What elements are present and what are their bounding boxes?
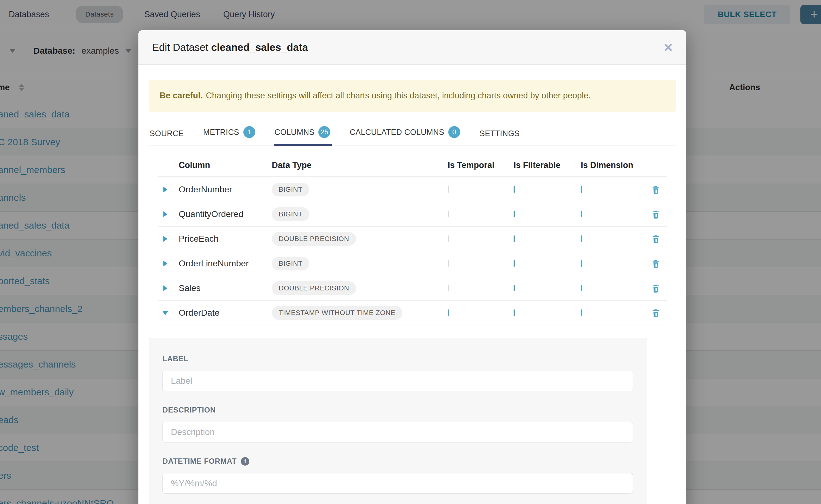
delete-column-icon[interactable] — [651, 185, 660, 194]
is-dimension-checkbox[interactable] — [581, 309, 582, 316]
tab-calculated-columns[interactable]: CALCULATED COLUMNS 0 — [349, 126, 460, 146]
column-name: OrderLineNumber — [172, 259, 266, 269]
description-field: DESCRIPTION — [162, 406, 633, 442]
is-filterable-checkbox[interactable] — [514, 260, 515, 267]
close-icon[interactable]: × — [664, 40, 673, 55]
label-input[interactable] — [162, 371, 633, 391]
column-name: Sales — [172, 283, 266, 293]
column-row-orderlinenumber: OrderLineNumber BIGINT — [158, 251, 667, 276]
tab-label: METRICS — [203, 128, 239, 137]
tab-columns[interactable]: COLUMNS 25 — [274, 126, 330, 146]
columns-table-header: Column Data Type Is Temporal Is Filterab… — [158, 154, 667, 177]
is-dimension-checkbox[interactable] — [581, 260, 582, 267]
tab-metrics[interactable]: METRICS 1 — [203, 126, 255, 146]
is-dimension-checkbox[interactable] — [581, 285, 582, 291]
column-row-sales: Sales DOUBLE PRECISION — [158, 276, 667, 301]
warning-banner: Be careful. Changing these settings will… — [149, 80, 676, 112]
is-dimension-checkbox[interactable] — [581, 186, 582, 193]
is-dimension-checkbox[interactable] — [581, 235, 582, 242]
column-name: QuantityOrdered — [172, 209, 266, 219]
expand-caret-icon[interactable] — [163, 261, 167, 266]
is-filterable-checkbox[interactable] — [514, 235, 515, 242]
description-input[interactable] — [162, 422, 633, 442]
tab-badge: 25 — [318, 126, 330, 138]
header-is-filterable: Is Filterable — [514, 161, 581, 170]
column-row-priceeach: PriceEach DOUBLE PRECISION — [158, 227, 667, 251]
is-filterable-checkbox[interactable] — [514, 285, 515, 291]
is-filterable-checkbox[interactable] — [514, 211, 515, 217]
info-icon[interactable]: i — [241, 457, 249, 466]
column-name: PriceEach — [172, 234, 266, 244]
modal-title-dataset-name: cleaned_sales_data — [211, 42, 308, 53]
column-detail-panel: LABEL DESCRIPTION DATETIME FORMAT i — [149, 338, 647, 504]
data-type-pill: DOUBLE PRECISION — [272, 281, 356, 295]
is-dimension-checkbox[interactable] — [581, 211, 582, 217]
data-type-pill: BIGINT — [272, 207, 309, 221]
delete-column-icon[interactable] — [651, 308, 660, 318]
is-filterable-checkbox[interactable] — [514, 309, 515, 316]
tab-label: SETTINGS — [480, 129, 520, 138]
datetime-format-field: DATETIME FORMAT i — [162, 457, 633, 494]
is-temporal-checkbox[interactable] — [448, 309, 449, 316]
data-type-pill: BIGINT — [272, 183, 309, 196]
header-is-temporal: Is Temporal — [448, 161, 514, 170]
datetime-format-label: DATETIME FORMAT — [162, 457, 236, 466]
label-field: LABEL — [162, 354, 633, 391]
column-name: OrderNumber — [172, 185, 266, 195]
modal-tabs: SOURCE METRICS 1 COLUMNS 25 CALCULATED C… — [149, 126, 676, 146]
expand-caret-icon[interactable] — [163, 236, 167, 242]
expand-caret-icon[interactable] — [163, 187, 167, 192]
header-data-type: Data Type — [272, 161, 311, 170]
is-temporal-checkbox[interactable] — [448, 285, 449, 291]
data-type-pill: TIMESTAMP WITHOUT TIME ZONE — [272, 306, 402, 320]
tab-label: SOURCE — [150, 129, 184, 138]
data-type-pill: DOUBLE PRECISION — [272, 232, 356, 246]
tab-badge: 1 — [243, 126, 255, 138]
datetime-format-input[interactable] — [162, 473, 633, 494]
tab-label: CALCULATED COLUMNS — [349, 128, 444, 137]
description-field-label: DESCRIPTION — [162, 406, 633, 414]
delete-column-icon[interactable] — [651, 210, 660, 219]
tab-label: COLUMNS — [274, 128, 314, 137]
delete-column-icon[interactable] — [651, 259, 660, 268]
modal-title-prefix: Edit Dataset — [152, 42, 208, 53]
column-row-orderdate: OrderDate TIMESTAMP WITHOUT TIME ZONE — [158, 301, 667, 325]
modal-body: Be careful. Changing these settings will… — [138, 65, 686, 504]
data-type-pill: BIGINT — [272, 257, 309, 270]
tab-source[interactable]: SOURCE — [150, 129, 184, 146]
screen: Databases Datasets Saved Queries Query H… — [0, 0, 821, 504]
warning-bold: Be careful. — [160, 91, 203, 101]
column-row-quantityordered: QuantityOrdered BIGINT — [158, 202, 667, 227]
collapse-caret-icon[interactable] — [162, 311, 168, 315]
tab-badge: 0 — [448, 126, 460, 138]
header-is-dimension: Is Dimension — [581, 161, 645, 170]
column-name: OrderDate — [172, 308, 266, 318]
expand-caret-icon[interactable] — [163, 285, 167, 291]
modal-header: Edit Dataset cleaned_sales_data × — [138, 30, 686, 65]
is-temporal-checkbox[interactable] — [448, 211, 449, 217]
is-filterable-checkbox[interactable] — [514, 186, 515, 193]
delete-column-icon[interactable] — [651, 284, 660, 293]
column-row-ordernumber: OrderNumber BIGINT — [158, 177, 667, 202]
modal-title: Edit Dataset cleaned_sales_data — [152, 42, 308, 53]
is-temporal-checkbox[interactable] — [448, 186, 449, 193]
warning-text: Changing these settings will affect all … — [206, 91, 591, 101]
edit-dataset-modal: Edit Dataset cleaned_sales_data × Be car… — [138, 30, 686, 504]
header-column: Column — [172, 161, 266, 170]
delete-column-icon[interactable] — [651, 234, 660, 244]
tab-settings[interactable]: SETTINGS — [480, 129, 520, 146]
is-temporal-checkbox[interactable] — [448, 235, 449, 242]
columns-table: Column Data Type Is Temporal Is Filterab… — [158, 154, 667, 325]
label-field-label: LABEL — [162, 354, 633, 363]
is-temporal-checkbox[interactable] — [448, 260, 449, 267]
expand-caret-icon[interactable] — [163, 211, 167, 217]
